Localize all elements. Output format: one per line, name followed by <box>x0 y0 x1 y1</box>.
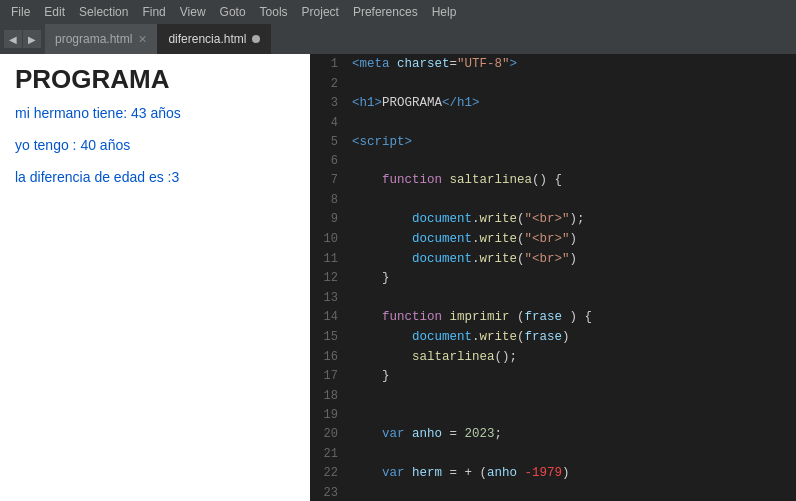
tab-navigation: ◀ ▶ <box>4 30 41 48</box>
code-line-8: 8 <box>310 190 796 209</box>
menu-selection[interactable]: Selection <box>72 3 135 21</box>
tab-next-button[interactable]: ▶ <box>23 30 41 48</box>
menu-edit[interactable]: Edit <box>37 3 72 21</box>
code-line-22: 22 var herm = + (anho -1979) <box>310 463 796 483</box>
code-line-10: 10 document.write("<br>") <box>310 229 796 249</box>
tab-diferencia[interactable]: diferencia.html <box>158 24 271 54</box>
tabbar: ◀ ▶ programa.html ✕ diferencia.html <box>0 24 796 54</box>
code-line-15: 15 document.write(frase) <box>310 327 796 347</box>
code-line-1: 1 <meta charset="UTF-8"> <box>310 54 796 74</box>
code-line-11: 11 document.write("<br>") <box>310 249 796 269</box>
preview-line-3: la diferencia de edad es :3 <box>15 169 295 185</box>
code-line-16: 16 saltarlinea(); <box>310 347 796 367</box>
code-editor[interactable]: 1 <meta charset="UTF-8"> 2 3 <h1>PROGRAM… <box>310 54 796 501</box>
preview-panel: PROGRAMA mi hermano tiene: 43 años yo te… <box>0 54 310 501</box>
menu-project[interactable]: Project <box>295 3 346 21</box>
code-line-4: 4 <box>310 113 796 132</box>
code-line-3: 3 <h1>PROGRAMA</h1> <box>310 93 796 113</box>
menu-file[interactable]: File <box>4 3 37 21</box>
tab-diferencia-label: diferencia.html <box>168 32 246 46</box>
tab-prev-button[interactable]: ◀ <box>4 30 22 48</box>
preview-line-2: yo tengo : 40 años <box>15 137 295 153</box>
tab-programa-close[interactable]: ✕ <box>138 33 147 46</box>
tab-programa-label: programa.html <box>55 32 132 46</box>
code-lines: 1 <meta charset="UTF-8"> 2 3 <h1>PROGRAM… <box>310 54 796 501</box>
code-line-7: 7 function saltarlinea() { <box>310 170 796 190</box>
main-content: PROGRAMA mi hermano tiene: 43 años yo te… <box>0 54 796 501</box>
menu-goto[interactable]: Goto <box>213 3 253 21</box>
menubar: File Edit Selection Find View Goto Tools… <box>0 0 796 24</box>
menu-preferences[interactable]: Preferences <box>346 3 425 21</box>
code-line-21: 21 <box>310 444 796 463</box>
code-line-18: 18 <box>310 386 796 405</box>
menu-view[interactable]: View <box>173 3 213 21</box>
code-line-23: 23 <box>310 483 796 502</box>
menu-find[interactable]: Find <box>135 3 172 21</box>
menu-tools[interactable]: Tools <box>253 3 295 21</box>
preview-line-1: mi hermano tiene: 43 años <box>15 105 295 121</box>
code-line-12: 12 } <box>310 268 796 288</box>
code-line-6: 6 <box>310 151 796 170</box>
code-line-9: 9 document.write("<br>"); <box>310 209 796 229</box>
tab-diferencia-dot <box>252 35 260 43</box>
code-line-13: 13 <box>310 288 796 307</box>
code-line-19: 19 <box>310 405 796 424</box>
menu-help[interactable]: Help <box>425 3 464 21</box>
code-line-2: 2 <box>310 74 796 93</box>
code-line-5: 5 <script> <box>310 132 796 152</box>
preview-title: PROGRAMA <box>15 64 295 95</box>
code-line-20: 20 var anho = 2023; <box>310 424 796 444</box>
tab-programa[interactable]: programa.html ✕ <box>45 24 158 54</box>
code-line-17: 17 } <box>310 366 796 386</box>
code-line-14: 14 function imprimir (frase ) { <box>310 307 796 327</box>
